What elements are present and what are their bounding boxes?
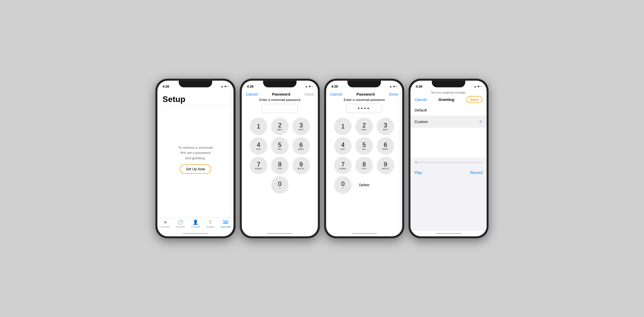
greeting-empty-area: [410, 178, 487, 231]
tab-favorites[interactable]: ★ Favorites: [160, 219, 170, 228]
tab-voicemail[interactable]: Voicemail: [220, 220, 230, 228]
screen-content-1: Setup To retrieve a voicemailfirst set a…: [157, 90, 234, 218]
password-title-2: Password: [272, 92, 290, 96]
set-up-now-button[interactable]: Set Up Now: [180, 164, 211, 174]
wifi-icon-4: ≋: [477, 85, 479, 88]
setup-screen: Setup To retrieve a voicemailfirst set a…: [157, 90, 234, 218]
key-4[interactable]: 4GHI: [250, 137, 267, 155]
key-0-wrapper: 0+: [270, 176, 290, 194]
home-indicator-1: [157, 231, 234, 236]
tab-favorites-label: Favorites: [160, 226, 170, 228]
cancel-button-2[interactable]: Cancel: [246, 92, 258, 96]
play-button[interactable]: Play: [415, 170, 422, 175]
notch-1: [179, 81, 212, 87]
key-4-p3[interactable]: 4GHI: [334, 137, 352, 155]
tab-recents-label: Recents: [176, 226, 185, 228]
wifi-icon-3: ≋: [393, 85, 395, 88]
password-title-3: Password: [356, 92, 375, 96]
greeting-default-item[interactable]: Default: [410, 105, 487, 116]
key-8-p3[interactable]: 8TUV: [355, 157, 373, 174]
tab-contacts-label: Contacts: [191, 226, 200, 228]
key-9-p3[interactable]: 9WXYZ: [377, 157, 394, 174]
greeting-custom-item[interactable]: Custom ✓: [410, 116, 487, 128]
notch-3: [347, 81, 381, 87]
save-button[interactable]: Save: [466, 96, 482, 103]
key-1-p3[interactable]: 1: [334, 118, 352, 135]
battery-icon: ▪: [227, 85, 228, 88]
battery-icon-3: ▪: [396, 85, 397, 88]
greeting-title: Greeting: [439, 97, 454, 102]
tab-bar-1: ★ Favorites 🕐 Recents 👤 Contacts ⠿ Keypa…: [157, 218, 234, 231]
status-icons-4: ▲ ≋ ▪: [474, 85, 481, 88]
done-button-3[interactable]: Done: [389, 92, 398, 96]
key-2-p3[interactable]: 2ABC: [355, 118, 373, 135]
signal-icon-2: ▲: [305, 85, 308, 88]
key-7-p3[interactable]: 7PQRS: [334, 157, 352, 174]
record-button[interactable]: Record: [470, 170, 482, 175]
key-9[interactable]: 9WXYZ: [292, 157, 310, 174]
done-button-2[interactable]: Done: [305, 92, 314, 96]
recents-icon: 🕐: [178, 219, 183, 225]
greeting-list: Default Custom ✓: [410, 105, 487, 157]
key-2[interactable]: 2ABC: [271, 118, 289, 135]
default-label: Default: [415, 108, 427, 112]
password-content-3: Enter a voicemail password •••• 1 2ABC 3…: [326, 98, 402, 231]
tab-voicemail-label: Voicemail: [220, 226, 230, 228]
key-6-p3[interactable]: 6MNO: [377, 137, 394, 155]
screen-content-4: Default Custom ✓ Play Record: [410, 105, 487, 231]
signal-icon-3: ▲: [390, 85, 392, 88]
pw-label-3: Enter a voicemail password: [344, 98, 385, 102]
signal-icon-4: ▲: [474, 85, 477, 88]
tab-keypad[interactable]: ⠿ Keypad: [207, 219, 214, 228]
notch-4: [432, 81, 465, 87]
progress-section: [410, 157, 487, 167]
wifi-icon-2: ≋: [309, 85, 311, 88]
status-time-4: 4:28: [416, 85, 422, 88]
battery-icon-4: ▪: [480, 85, 481, 88]
greeting-subnote: Set your outgoing message.: [410, 90, 487, 95]
key-8[interactable]: 8TUV: [271, 157, 289, 174]
key-0-p3[interactable]: 0+: [334, 176, 352, 194]
delete-button[interactable]: Delete: [355, 176, 373, 194]
tab-recents[interactable]: 🕐 Recents: [176, 219, 185, 228]
key-0[interactable]: 0+: [271, 176, 289, 194]
voicemail-icon: [223, 220, 228, 225]
notch-2: [263, 81, 297, 87]
screen-content-2: Enter a voicemail password 1 2ABC 3DEF 4…: [242, 98, 318, 231]
phone-1: 4:26 ▲ ≋ ▪ Setup To retrieve a voicemail…: [156, 79, 235, 238]
tab-keypad-label: Keypad: [207, 226, 214, 228]
home-indicator-4: [410, 231, 487, 236]
status-icons-1: ▲ ≋ ▪: [221, 85, 228, 88]
pw-input-2[interactable]: [262, 104, 298, 113]
pw-input-3[interactable]: ••••: [346, 104, 382, 113]
phone-2: 4:26 ▲ ≋ ▪ Cancel Password Done Enter a …: [240, 79, 320, 238]
cancel-button-4[interactable]: Cancel: [415, 97, 427, 102]
custom-label: Custom: [415, 119, 428, 124]
key-1[interactable]: 1: [250, 118, 267, 135]
screen-content-3: Enter a voicemail password •••• 1 2ABC 3…: [326, 98, 402, 231]
key-3[interactable]: 3DEF: [292, 118, 310, 135]
signal-icon: ▲: [221, 85, 223, 88]
setup-title: Setup: [163, 95, 228, 104]
wifi-icon: ≋: [224, 85, 226, 88]
delete-label: Delete: [359, 183, 369, 187]
setup-body-text: To retrieve a voicemailfirst set a passw…: [178, 145, 213, 161]
status-icons-2: ▲ ≋ ▪: [305, 85, 313, 88]
nav-bar-3: Cancel Password Done: [326, 90, 402, 98]
key-3-p3[interactable]: 3DEF: [377, 118, 394, 135]
keypad-3: 1 2ABC 3DEF 4GHI 5JKL 6MNO 7PQRS 8TUV 9W…: [333, 118, 395, 194]
progress-dot: [415, 161, 417, 164]
phones-container: 4:26 ▲ ≋ ▪ Setup To retrieve a voicemail…: [156, 79, 488, 238]
key-7[interactable]: 7PQRS: [250, 157, 267, 174]
svg-point-0: [223, 221, 225, 223]
cancel-button-3[interactable]: Cancel: [330, 92, 342, 96]
key-0-p3-wrapper: 0+: [333, 176, 353, 194]
progress-line: [417, 162, 482, 163]
key-5[interactable]: 5JKL: [271, 137, 289, 155]
key-5-p3[interactable]: 5JKL: [355, 137, 373, 155]
tab-contacts[interactable]: 👤 Contacts: [191, 219, 200, 228]
favorites-icon: ★: [163, 219, 167, 225]
home-indicator-3: [326, 231, 402, 236]
keypad-2: 1 2ABC 3DEF 4GHI 5JKL 6MNO 7PQRS 8TUV 9W…: [249, 118, 311, 194]
key-6[interactable]: 6MNO: [292, 137, 310, 155]
